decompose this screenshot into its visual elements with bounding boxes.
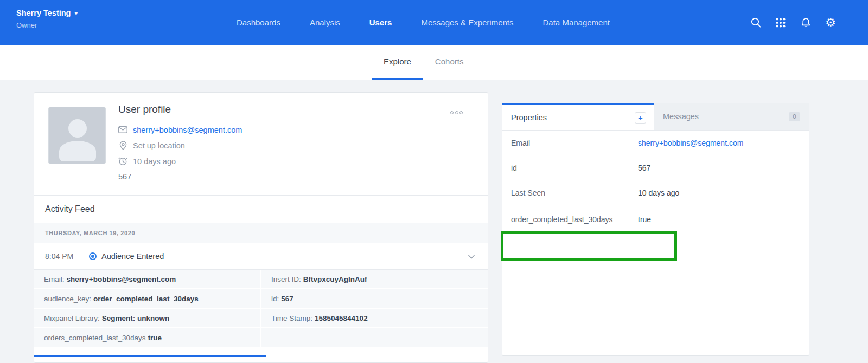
avatar — [48, 107, 106, 164]
activity-date-header: THURSDAY, MARCH 19, 2020 — [34, 223, 488, 243]
activity-event-row[interactable]: 8:04 PM Audience Entered — [34, 243, 488, 270]
messages-count-badge: 0 — [789, 112, 800, 121]
workspace-name: Sherry Testing — [16, 9, 71, 17]
dot-icon — [455, 111, 458, 114]
user-profile-card: User profile sherry+bobbins@segment.com … — [34, 92, 488, 363]
property-row-order-completed: order_completed_last_30days true — [502, 205, 809, 234]
tab-messages[interactable]: Messages 0 — [654, 103, 809, 130]
nav-item-analysis[interactable]: Analysis — [310, 18, 340, 27]
chevron-down-icon[interactable] — [468, 251, 475, 261]
clock-icon — [118, 157, 127, 166]
highlight-annotation-box — [501, 231, 677, 261]
dot-icon — [450, 111, 454, 114]
event-detail-cell: Email: sherry+bobbins@segment.com — [34, 270, 261, 289]
event-detail-cell: audience_key: order_completed_last_30day… — [34, 289, 261, 309]
nav-item-users[interactable]: Users — [369, 18, 392, 27]
top-navigation-bar: Sherry Testing ▾ Owner Dashboards Analys… — [0, 0, 868, 45]
topnav-icon-group: ⚙ — [750, 0, 837, 45]
tab-properties[interactable]: Properties + — [502, 103, 654, 130]
audience-event-icon — [89, 252, 97, 260]
profile-user-id: 567 — [118, 172, 242, 181]
secondary-tab-bar: Explore Cohorts — [0, 45, 868, 80]
property-email-link[interactable]: sherry+bobbins@segment.com — [638, 139, 743, 147]
property-row-email: Email sherry+bobbins@segment.com — [502, 131, 809, 155]
profile-header: User profile sherry+bobbins@segment.com … — [34, 93, 488, 196]
set-up-location-link[interactable]: Set up location — [133, 141, 185, 150]
profile-last-seen: 10 days ago — [133, 157, 176, 166]
more-options-button[interactable] — [448, 109, 465, 116]
event-detail-cell: Time Stamp: 1585045844102 — [261, 309, 488, 328]
dot-icon — [459, 111, 463, 114]
event-detail-cell: id: 567 — [261, 289, 488, 309]
search-icon[interactable] — [750, 17, 762, 29]
event-detail-cell: Mixpanel Library: Segment: unknown — [34, 309, 261, 328]
apps-grid-icon[interactable] — [775, 17, 787, 29]
workspace-role: Owner — [16, 21, 78, 29]
gear-icon[interactable]: ⚙ — [825, 17, 837, 29]
profile-last-seen-row: 10 days ago — [118, 153, 242, 169]
properties-panel: Properties + Messages 0 Email sherry+bob… — [502, 103, 809, 356]
profile-email-row: sherry+bobbins@segment.com — [118, 122, 242, 138]
event-detail-cell-empty — [261, 328, 488, 348]
properties-table: Email sherry+bobbins@segment.com id 567 … — [502, 131, 809, 234]
tab-explore[interactable]: Explore — [372, 45, 423, 80]
nav-item-data-management[interactable]: Data Management — [543, 18, 610, 27]
avatar-head-shape — [68, 119, 87, 138]
property-row-last-seen: Last Seen 10 days ago — [502, 180, 809, 205]
envelope-icon — [118, 125, 127, 134]
page-title: User profile — [118, 103, 242, 115]
property-row-id: id 567 — [502, 155, 809, 180]
avatar-body-shape — [59, 141, 96, 161]
activity-feed-title: Activity Feed — [34, 196, 488, 223]
location-pin-icon — [118, 141, 127, 150]
nav-item-messages-experiments[interactable]: Messages & Experiments — [421, 18, 513, 27]
next-event-indicator — [34, 355, 266, 357]
event-detail-cell: Insert ID: BftvpxcuyAgInAuf — [261, 270, 488, 289]
chevron-down-icon: ▾ — [74, 10, 78, 17]
bell-icon[interactable] — [800, 17, 812, 29]
event-name: Audience Entered — [101, 252, 468, 261]
add-property-button[interactable]: + — [635, 112, 646, 124]
nav-item-dashboards[interactable]: Dashboards — [237, 18, 280, 27]
primary-nav: Dashboards Analysis Users Messages & Exp… — [237, 0, 610, 45]
workspace-switcher[interactable]: Sherry Testing ▾ Owner — [16, 9, 78, 29]
event-time: 8:04 PM — [45, 252, 89, 261]
event-details-table: Email: sherry+bobbins@segment.com Insert… — [34, 270, 488, 348]
tab-cohorts[interactable]: Cohorts — [423, 45, 476, 80]
profile-location-row: Set up location — [118, 138, 242, 153]
profile-email-link[interactable]: sherry+bobbins@segment.com — [133, 126, 242, 134]
event-detail-cell: orders_completed_last_30days true — [34, 328, 261, 348]
properties-tabs: Properties + Messages 0 — [502, 103, 809, 131]
